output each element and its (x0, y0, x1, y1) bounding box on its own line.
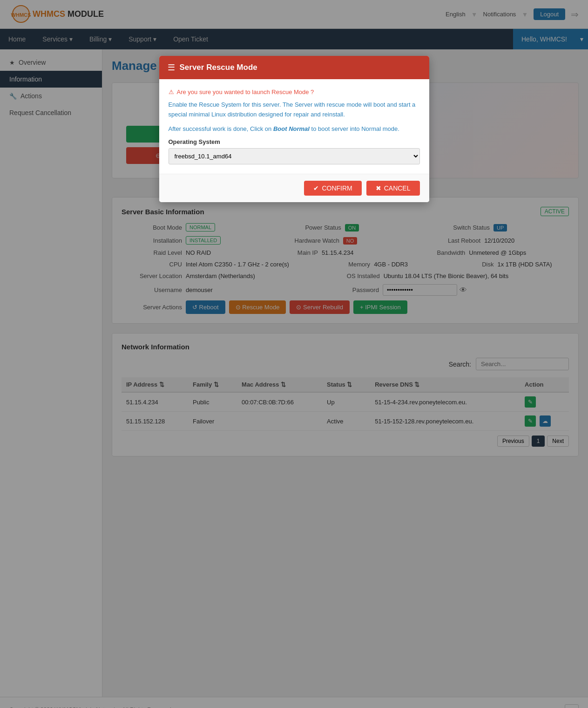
modal-header: ☰ Server Rescue Mode (159, 56, 429, 79)
modal-warning: ⚠ Are you sure you wanted to launch Resc… (169, 88, 420, 95)
modal-header-icon: ☰ (168, 62, 175, 73)
cancel-modal-button[interactable]: ✖ CANCEL (366, 181, 420, 196)
warning-triangle-icon: ⚠ (169, 88, 174, 95)
modal-description-2: After successful work is done, Click on … (169, 124, 420, 134)
confirm-button[interactable]: ✔ CONFIRM (304, 181, 361, 196)
confirm-label: CONFIRM (322, 184, 352, 192)
modal-body: ⚠ Are you sure you wanted to launch Resc… (159, 79, 429, 174)
modal-os-label: Operating System (169, 138, 420, 145)
modal-title: Server Rescue Mode (180, 63, 257, 72)
x-icon: ✖ (376, 184, 381, 192)
cancel-label: CANCEL (384, 184, 411, 192)
modal-overlay: ☰ Server Rescue Mode ⚠ Are you sure you … (0, 0, 588, 708)
modal-footer: ✔ CONFIRM ✖ CANCEL (159, 174, 429, 202)
rescue-mode-modal: ☰ Server Rescue Mode ⚠ Are you sure you … (159, 56, 429, 202)
check-icon: ✔ (313, 184, 319, 192)
os-select[interactable]: freebsd_10.1_amd64 (169, 148, 420, 164)
modal-warning-text: Are you sure you wanted to launch Rescue… (177, 88, 314, 95)
modal-description-1: Enable the Rescue System for this server… (169, 100, 420, 120)
